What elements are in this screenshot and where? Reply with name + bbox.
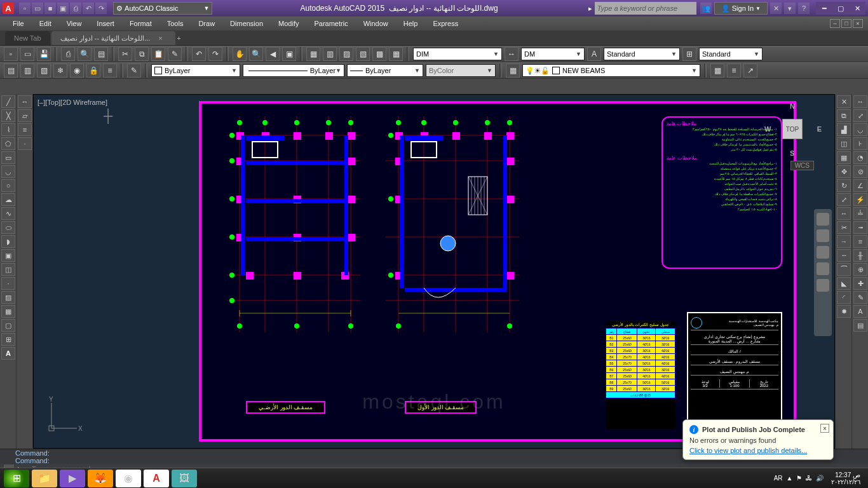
layer-icon[interactable]: ▤ xyxy=(4,64,18,78)
move-icon[interactable]: ✥ xyxy=(837,165,851,178)
taskbar-chrome-icon[interactable]: ◉ xyxy=(116,470,141,487)
mirror-icon[interactable]: ▟ xyxy=(837,123,851,136)
paste-icon[interactable]: 📋 xyxy=(151,47,165,61)
viewcube-north[interactable]: N xyxy=(790,102,795,110)
qat-plot-icon[interactable]: ⎙ xyxy=(70,3,81,14)
plot-icon[interactable]: ⎙ xyxy=(61,47,75,61)
taskbar-photo-icon[interactable]: 🖼 xyxy=(172,470,197,487)
match-icon[interactable]: ✎ xyxy=(168,47,182,61)
minimize-button[interactable]: ━ xyxy=(816,2,832,15)
qat-new-icon[interactable]: ▫ xyxy=(19,3,31,14)
layeriso-icon[interactable]: ▧ xyxy=(37,64,51,78)
offset-icon[interactable]: ◫ xyxy=(837,137,851,150)
menu-tools[interactable]: Tools xyxy=(159,17,191,30)
signin-button[interactable]: 👤 Sign In ▼ xyxy=(714,2,768,15)
tolerance-icon[interactable]: ⊕ xyxy=(853,263,867,276)
dimbreak-icon[interactable]: ╫ xyxy=(853,249,867,262)
help-icon[interactable]: ? xyxy=(798,3,810,14)
copy-obj-icon[interactable]: ⧉ xyxy=(837,109,851,122)
erase-icon[interactable]: ✕ xyxy=(837,95,851,108)
layer-dropdown[interactable]: 💡 ☀ 🔓 NEW BEAMS▼ xyxy=(522,64,700,77)
dimradius-icon[interactable]: ◔ xyxy=(853,151,867,164)
explode-icon[interactable]: ✹ xyxy=(837,305,851,318)
drawing-canvas[interactable]: [–][Top][2D Wireframe] ┼ YX xyxy=(33,94,835,449)
block-icon[interactable]: ◫ xyxy=(1,263,15,276)
toolpalettes-icon[interactable]: ▨ xyxy=(339,47,353,61)
layerwalk-icon[interactable]: ≡ xyxy=(727,64,741,78)
point-icon[interactable]: · xyxy=(1,277,15,290)
xline-icon[interactable]: ╳ xyxy=(1,109,15,122)
help-search-input[interactable]: Type a keyword or phrase xyxy=(595,2,696,15)
preview-icon[interactable]: 🔍 xyxy=(78,47,92,61)
qat-saveas-icon[interactable]: ▣ xyxy=(57,3,69,14)
dimtext-dropdown[interactable]: DM▼ xyxy=(521,48,585,60)
stretch-icon[interactable]: ↔ xyxy=(837,207,851,220)
layerstate-icon[interactable]: ▦ xyxy=(710,64,724,78)
polygon-icon[interactable]: ⬠ xyxy=(1,137,15,150)
dimbaseline-icon[interactable]: ╧ xyxy=(853,207,867,220)
exchange-icon[interactable]: ✕ xyxy=(770,3,782,14)
zoom-window-icon[interactable]: ▣ xyxy=(282,47,296,61)
tab-new[interactable]: New Tab xyxy=(5,31,50,45)
lineweight-dropdown[interactable]: ByLayer▼ xyxy=(347,64,423,77)
workspace-dropdown[interactable]: ⚙ AutoCAD Classic ▼ xyxy=(113,2,212,15)
textstyle2-dropdown[interactable]: Standard▼ xyxy=(699,48,763,60)
tray-network-icon[interactable]: 🖧 xyxy=(806,475,812,482)
textstyle1-dropdown[interactable]: Standard▼ xyxy=(604,48,680,60)
viewcube-south[interactable]: S xyxy=(790,149,794,157)
layeroff-icon[interactable]: ◉ xyxy=(70,64,84,78)
copy-icon[interactable]: ⧉ xyxy=(135,47,149,61)
dimarc-icon[interactable]: ◡ xyxy=(853,123,867,136)
layerlock-icon[interactable]: 🔒 xyxy=(86,64,100,78)
nav-showmotion-icon[interactable] xyxy=(817,279,829,292)
menu-window[interactable]: Window xyxy=(356,17,396,30)
dimcontinue-icon[interactable]: ╼ xyxy=(853,221,867,234)
save-icon[interactable]: 💾 xyxy=(37,47,51,61)
dimspace-icon[interactable]: ≡ xyxy=(853,235,867,248)
taskbar-firefox-icon[interactable]: 🦊 xyxy=(88,470,113,487)
centermark-icon[interactable]: ✚ xyxy=(853,277,867,290)
undo-icon[interactable]: ↶ xyxy=(192,47,206,61)
nav-wheel-icon[interactable] xyxy=(817,213,829,226)
tray-volume-icon[interactable]: 🔊 xyxy=(816,475,824,482)
pline-icon[interactable]: ⌇ xyxy=(1,123,15,136)
quickcalc-icon[interactable]: ▦ xyxy=(389,47,403,61)
infocenter-icon[interactable]: 👥 xyxy=(700,3,712,14)
tablestyle-icon[interactable]: ⊞ xyxy=(682,47,696,61)
stayconnected-icon[interactable]: ▾ xyxy=(784,3,796,14)
dimdiameter-icon[interactable]: ⊘ xyxy=(853,165,867,178)
notification-close-button[interactable]: × xyxy=(820,424,829,433)
menu-express[interactable]: Express xyxy=(425,17,466,30)
dimordinate-icon[interactable]: ⊦ xyxy=(853,137,867,150)
zoom-prev-icon[interactable]: ◀ xyxy=(266,47,280,61)
wcs-label[interactable]: WCS xyxy=(790,161,814,170)
taskbar-media-icon[interactable]: ▶ xyxy=(60,470,85,487)
designcenter-icon[interactable]: ▥ xyxy=(323,47,337,61)
close-button[interactable]: ✕ xyxy=(849,2,865,15)
linetype-dropdown[interactable]: ByLayer▼ xyxy=(243,64,344,77)
mdi-close[interactable]: × xyxy=(853,19,863,28)
array-icon[interactable]: ▦ xyxy=(837,151,851,164)
layerfrz-icon[interactable]: ❄ xyxy=(53,64,67,78)
textstyle-icon[interactable]: A xyxy=(587,47,601,61)
dim-icon[interactable]: ↔ xyxy=(505,47,519,61)
menu-help[interactable]: Help xyxy=(396,17,426,30)
start-button[interactable]: ⊞ xyxy=(4,470,29,487)
hatch-icon[interactable]: ▨ xyxy=(1,291,15,304)
spline-icon[interactable]: ∿ xyxy=(1,207,15,220)
qat-redo-icon[interactable]: ↷ xyxy=(95,3,107,14)
restore-button[interactable]: ▢ xyxy=(832,2,849,15)
notification-link[interactable]: Click to view plot and publish details..… xyxy=(689,447,807,454)
mtext-icon[interactable]: A xyxy=(1,347,15,360)
tab-active[interactable]: اللوحات النهائية -- ادوار نصيف...× xyxy=(51,31,176,45)
new-icon[interactable]: ▫ xyxy=(4,47,18,61)
join-icon[interactable]: ⁀ xyxy=(837,263,851,276)
matchprop-icon[interactable]: ✎ xyxy=(127,64,141,78)
circle-icon[interactable]: ○ xyxy=(1,179,15,192)
viewcube[interactable]: N S E W TOP xyxy=(764,101,822,158)
dimtedit-icon[interactable]: A xyxy=(853,305,867,318)
menu-edit[interactable]: Edit xyxy=(32,17,59,30)
app-logo[interactable]: A xyxy=(3,3,14,14)
break-icon[interactable]: ╌ xyxy=(837,249,851,262)
plotstyle-dropdown[interactable]: ByColor▼ xyxy=(426,64,496,77)
